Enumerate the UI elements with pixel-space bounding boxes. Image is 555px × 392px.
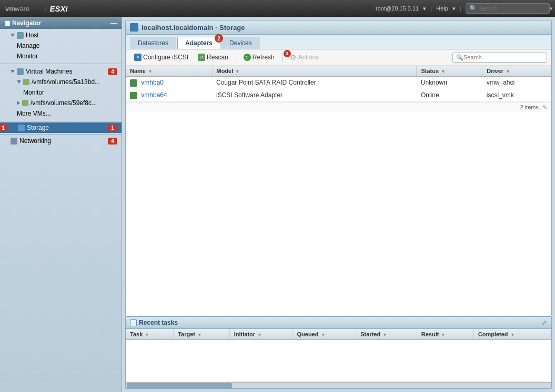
help-dropdown-arrow[interactable]: ▾ [452, 5, 456, 12]
tasks-scrollbar-thumb[interactable] [127, 383, 232, 388]
col-header-driver[interactable]: Driver ▾ [482, 66, 551, 77]
tab-adapters[interactable]: Adapters 2 [177, 37, 220, 49]
sidebar-sep-3 [0, 134, 122, 135]
sidebar-item-manage[interactable]: Manage [0, 40, 122, 51]
sidebar-item-monitor-host[interactable]: Monitor [0, 51, 122, 61]
col-header-model[interactable]: Model ▾ [212, 66, 417, 77]
sidebar-monitor-vm1-label: Monitor [23, 89, 117, 96]
sidebar-minimize-icon[interactable]: — [110, 19, 117, 27]
tasks-header-row: Task ▾ Target ▾ Initiator ▾ Queued [126, 329, 551, 340]
sidebar-control-icons: — [110, 19, 117, 27]
sidebar-item-vms[interactable]: Virtual Machines 4 [0, 66, 122, 77]
tasks-col-queued-label: Queued [297, 331, 318, 337]
sidebar-vms-label-group: Virtual Machines [11, 68, 106, 75]
sidebar-item-vmfs-1[interactable]: /vmfs/volumes/5a13bd... [0, 77, 122, 87]
sidebar-vmfs2-text: /vmfs/volumes/59ef8c... [31, 99, 97, 107]
configure-iscsi-button[interactable]: ≡ Configure iSCSI [130, 53, 193, 62]
sidebar-item-vmfs-2[interactable]: /vmfs/volumes/59ef8c... [0, 98, 122, 108]
sidebar-networking-label-group: Networking [11, 137, 106, 145]
row0-driver: vmw_ahci [482, 77, 551, 89]
row1-model: iSCSI Software Adapter [212, 89, 417, 101]
svg-text:ware: ware [14, 5, 29, 13]
toolbar-search-icon: 🔍 [456, 54, 463, 61]
sidebar-item-more-vms[interactable]: More VMs... [0, 108, 122, 119]
refresh-button[interactable]: ↻ Refresh [239, 53, 279, 62]
sidebar-section-vms: Virtual Machines 4 /vmfs/volumes/5a13bd.… [0, 65, 122, 120]
sidebar-item-networking[interactable]: Networking 4 [0, 136, 122, 146]
tasks-col-task[interactable]: Task ▾ [126, 329, 174, 340]
refresh-icon: ↻ [244, 54, 251, 61]
sidebar-vmfs1-label: /vmfs/volumes/5a13bd... [17, 78, 117, 86]
vms-icon [17, 68, 24, 75]
sidebar-item-monitor-vm1[interactable]: Monitor [0, 87, 122, 98]
sidebar-item-storage[interactable]: 1 Storage 1 [0, 122, 122, 133]
tasks-col-queued-sort: ▾ [322, 332, 325, 337]
items-edit-icon[interactable]: ✎ [542, 104, 547, 110]
header-search-box[interactable]: 🔍 ▾ [466, 3, 550, 14]
svg-text:vm: vm [5, 5, 15, 13]
toolbar-search-box[interactable]: 🔍 [452, 53, 547, 63]
navigator-label: Navigator [12, 19, 41, 27]
actions-button[interactable]: 3 ⚙ Actions [286, 52, 323, 63]
sidebar-vms-text: Virtual Machines [26, 68, 73, 75]
tasks-col-queued[interactable]: Queued ▾ [292, 329, 356, 340]
panel-storage-icon [130, 23, 138, 32]
tasks-col-started[interactable]: Started ▾ [356, 329, 417, 340]
tasks-col-task-sort: ▾ [146, 332, 148, 337]
vmware-logo-svg: vm ware [5, 3, 42, 14]
vms-badge: 4 [108, 68, 117, 75]
header-search-input[interactable] [479, 5, 548, 12]
sidebar-item-host[interactable]: Host [0, 30, 122, 40]
storage-icon [18, 125, 25, 131]
sidebar-title: ▦ Navigator [4, 19, 41, 27]
tasks-col-completed-sort: ▾ [511, 332, 514, 337]
tab-datastores[interactable]: Datastores [130, 37, 176, 49]
col-header-name[interactable]: Name ▾ [126, 66, 212, 77]
table-row[interactable]: vmhba64 iSCSI Software Adapter Online is… [126, 89, 551, 101]
tasks-col-target[interactable]: Target ▾ [174, 329, 230, 340]
row1-status: Online [417, 89, 482, 101]
tab-datastores-label: Datastores [138, 39, 168, 47]
tasks-col-initiator[interactable]: Initiator ▾ [229, 329, 292, 340]
sidebar-vmfs2-label: /vmfs/volumes/59ef8c... [17, 99, 117, 107]
vmfs1-expand-arrow [17, 80, 21, 84]
tasks-expand-icon[interactable]: ⤢ [542, 319, 547, 326]
tab-devices[interactable]: Devices [221, 37, 260, 49]
col-header-status[interactable]: Status ▾ [417, 66, 482, 77]
tasks-col-result[interactable]: Result ▾ [417, 329, 473, 340]
sidebar-monitor-vm1-text: Monitor [23, 89, 44, 96]
help-label[interactable]: Help [436, 5, 448, 12]
sidebar-manage-text: Manage [17, 42, 39, 49]
tasks-scrollbar[interactable] [126, 382, 551, 388]
adapters-toolbar: ≡ Configure iSCSI ↺ Rescan ↻ Refresh [126, 49, 551, 66]
sidebar-more-vms-text: More VMs... [17, 110, 51, 117]
header-right: root@20.15.0.11 ▾ | Help ▾ | 🔍 ▾ [376, 3, 550, 14]
tasks-title-group: Recent tasks [130, 319, 178, 326]
tasks-col-result-sort: ▾ [442, 332, 445, 337]
top-header: vm ware | ESXi root@20.15.0.11 ▾ | Help … [0, 0, 555, 17]
row1-driver: iscsi_vmk [482, 89, 551, 101]
items-count: 2 items ✎ [126, 102, 551, 112]
sidebar-vmfs1-text: /vmfs/volumes/5a13bd... [32, 78, 100, 86]
sidebar-sep-2 [0, 121, 122, 121]
sidebar-monitor-host-text: Monitor [17, 53, 38, 60]
row0-adapter-icon [130, 79, 137, 87]
header-search-dropdown[interactable]: ▾ [550, 5, 553, 12]
sidebar-storage-label-group: Storage [11, 124, 106, 131]
toolbar-sep-1 [236, 52, 236, 63]
user-dropdown-arrow[interactable]: ▾ [423, 5, 426, 12]
sidebar-header: ▦ Navigator — [0, 17, 122, 29]
table-row[interactable]: vmhba0 Cougar Point SATA RAID Controller… [126, 77, 551, 89]
header-user[interactable]: root@20.15.0.11 [376, 5, 419, 12]
items-count-text: 2 items [520, 104, 538, 110]
tasks-col-started-label: Started [360, 331, 380, 337]
toolbar-search-input[interactable] [463, 54, 542, 60]
rescan-button[interactable]: ↺ Rescan [194, 53, 233, 62]
tasks-col-target-sort: ▾ [198, 332, 201, 337]
esxi-label: ESXi [50, 4, 68, 13]
row1-name-link[interactable]: vmhba64 [141, 91, 167, 99]
tasks-col-completed[interactable]: Completed ▾ [473, 329, 551, 340]
host-expand-arrow [11, 34, 15, 37]
tasks-col-result-label: Result [421, 331, 439, 337]
row0-name-link[interactable]: vmhba0 [141, 79, 164, 86]
